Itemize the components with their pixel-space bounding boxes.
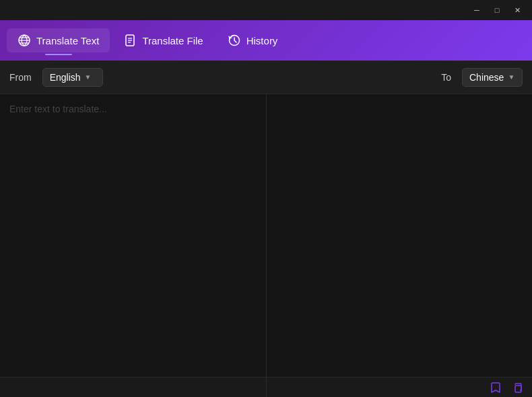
title-bar: ─ □ ✕ <box>0 0 532 20</box>
from-label: From <box>9 72 32 83</box>
copy-icon <box>511 382 523 394</box>
history-icon <box>228 34 241 47</box>
to-label: To <box>441 72 451 83</box>
minimize-button[interactable]: ─ <box>467 3 486 17</box>
from-language-value: English <box>50 72 81 83</box>
input-panel-bottom-bar <box>0 377 266 397</box>
from-language-select[interactable]: English ▼ <box>42 68 103 87</box>
from-chevron-icon: ▼ <box>85 73 92 81</box>
close-button[interactable]: ✕ <box>508 3 527 17</box>
to-chevron-icon: ▼ <box>508 73 514 81</box>
maximize-button[interactable]: □ <box>488 3 506 17</box>
to-language-select[interactable]: Chinese ▼ <box>462 68 523 87</box>
nav-label-history: History <box>246 35 278 46</box>
nav-label-translate-file: Translate File <box>142 35 203 46</box>
nav-label-translate-text: Translate Text <box>36 35 99 46</box>
nav-item-translate-file[interactable]: Translate File <box>112 28 213 52</box>
content-area <box>0 94 532 397</box>
file-icon <box>123 34 137 47</box>
nav-item-translate-text[interactable]: Translate Text <box>7 28 110 52</box>
input-textarea[interactable] <box>0 94 266 377</box>
bookmark-icon <box>490 382 502 394</box>
toolbar: From English ▼ To Chinese ▼ <box>0 61 532 94</box>
copy-button[interactable] <box>508 380 527 395</box>
svg-rect-9 <box>515 386 521 392</box>
nav-bar: Translate Text Translate File History <box>0 20 532 61</box>
output-panel <box>267 94 533 397</box>
translate-icon <box>18 34 31 47</box>
title-bar-controls: ─ □ ✕ <box>467 3 527 17</box>
bookmark-button[interactable] <box>486 380 505 395</box>
output-textarea[interactable] <box>267 94 533 377</box>
output-panel-bottom-bar <box>267 377 533 397</box>
nav-item-history[interactable]: History <box>217 28 289 52</box>
to-language-value: Chinese <box>469 72 504 83</box>
input-panel <box>0 94 267 397</box>
